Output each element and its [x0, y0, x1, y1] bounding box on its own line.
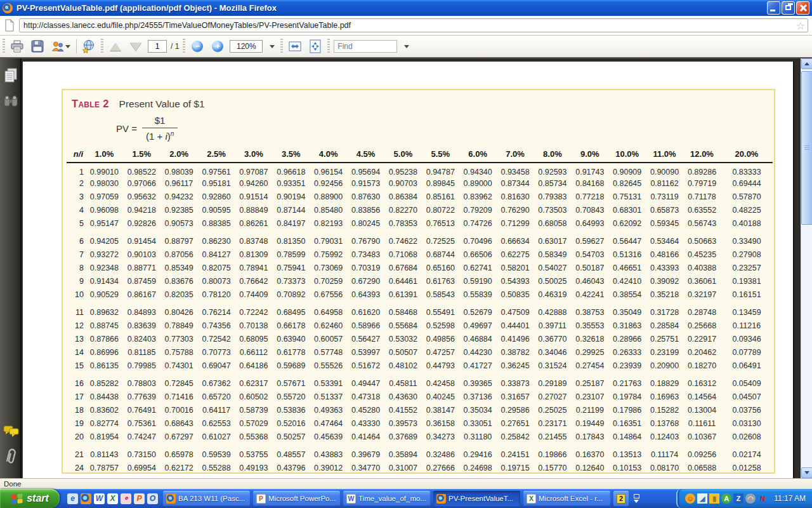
pv-cell: 0.78803	[123, 377, 160, 390]
email-button[interactable]	[49, 38, 72, 55]
next-page-button[interactable]	[128, 38, 144, 55]
key-icon[interactable]: ⚬	[121, 493, 131, 504]
save-button[interactable]	[29, 38, 46, 55]
comments-icon	[3, 425, 20, 438]
taskbar-task[interactable]: WTime_value_of_mo...	[343, 491, 430, 506]
rate-header: 1.0%	[86, 149, 123, 163]
pv-cell: 0.54393	[497, 274, 534, 288]
novell-icon[interactable]: N	[757, 493, 768, 504]
pv-cell: 0.98030	[86, 177, 123, 190]
zenworks-icon[interactable]: Z	[733, 493, 743, 504]
pv-cell: 0.20462	[683, 345, 721, 359]
pv-cell: 0.75131	[608, 190, 646, 203]
pv-cell: 0.58543	[422, 288, 459, 301]
excel-icon[interactable]: X	[107, 493, 118, 504]
pv-cell: 0.67684	[384, 261, 422, 274]
minimize-button[interactable]	[767, 1, 780, 15]
pv-cell: 0.89286	[683, 163, 721, 177]
firefox-icon	[436, 494, 446, 504]
find-dropdown-button[interactable]	[401, 38, 411, 55]
pv-cell: 0.19715	[497, 461, 534, 474]
page-number-input[interactable]	[148, 40, 167, 53]
shield-icon[interactable]: ▮	[709, 493, 719, 504]
scroll-down-icon	[804, 471, 809, 474]
task-list: BA 213 W11 (Pasc...PMicrosoft PowerPo...…	[163, 491, 610, 506]
taskbar: start eWX⚬PO BA 213 W11 (Pasc...PMicroso…	[0, 489, 812, 508]
taskbar-task[interactable]: PV-PresentValueT...	[433, 491, 520, 506]
scrollbar-thumb[interactable]	[801, 71, 812, 225]
powerpoint-icon[interactable]: P	[134, 493, 145, 504]
taskbar-task[interactable]: BA 213 W11 (Pasc...	[163, 491, 250, 506]
restore-button[interactable]	[782, 1, 795, 15]
pv-cell: 0.47318	[347, 390, 384, 403]
pv-cell: 0.16312	[683, 377, 721, 390]
pv-cell: 0.64958	[310, 305, 347, 319]
create-pdf-online-button[interactable]	[81, 38, 97, 55]
word-icon[interactable]: W	[94, 493, 105, 504]
pv-cell: 0.42458	[422, 377, 459, 390]
start-button[interactable]: start	[0, 489, 60, 508]
antivirus-icon[interactable]: A	[721, 493, 731, 504]
pv-cell: 0.33873	[497, 377, 534, 390]
pv-cell: 0.78120	[198, 288, 235, 301]
search-panel-button[interactable]	[3, 94, 18, 110]
comments-panel-button[interactable]	[3, 425, 20, 441]
zoom-dropdown-button[interactable]	[266, 38, 277, 55]
rate-header: 12.0%	[683, 149, 721, 163]
table-row: 80.923480.887710.853490.820750.789410.75…	[67, 261, 773, 274]
firefox-icon[interactable]	[81, 493, 91, 504]
pv-cell: 0.31657	[497, 390, 534, 403]
pv-cell: 0.39012	[310, 461, 347, 474]
pv-cell: 0.83962	[459, 190, 497, 203]
scroll-down-button[interactable]	[801, 467, 812, 478]
pv-cell: 0.50025	[534, 274, 572, 288]
messenger-icon[interactable]: ☺	[685, 493, 695, 504]
pv-cell: 0.35034	[459, 403, 497, 417]
pv-cell: 0.73373	[272, 274, 310, 288]
zoom-level-field[interactable]: 120%	[230, 40, 263, 53]
pv-cell: 0.81954	[86, 430, 123, 443]
pages-panel-button[interactable]	[3, 67, 18, 86]
scroll-up-button[interactable]	[801, 58, 812, 69]
fit-page-button[interactable]	[307, 38, 324, 55]
rate-header: 7.0%	[497, 149, 534, 163]
pv-cell: 0.52598	[422, 319, 459, 332]
ie-icon[interactable]: e	[67, 493, 78, 504]
outlook-icon[interactable]: O	[147, 493, 158, 504]
pv-cell: 0.62172	[160, 461, 198, 474]
pv-cell: 0.52016	[272, 417, 310, 430]
pv-cell: 0.51672	[347, 359, 384, 372]
url-input[interactable]	[20, 19, 808, 32]
period-cell: 11	[67, 305, 86, 319]
pv-cell: 0.88385	[198, 217, 235, 230]
save-icon	[31, 40, 44, 53]
pv-cell: 0.28966	[608, 332, 646, 345]
formula-lhs: PV =	[116, 123, 137, 134]
pv-cell: 0.66178	[272, 319, 310, 332]
pv-cell: 0.36061	[683, 274, 721, 288]
pv-cell: 0.35218	[646, 288, 683, 301]
pv-cell: 0.73069	[310, 261, 347, 274]
pv-cell: 0.98039	[160, 163, 198, 177]
taskbar-overflow-button[interactable]: 2	[613, 491, 629, 506]
taskbar-chevron-button[interactable]	[630, 491, 643, 506]
previous-page-button[interactable]	[107, 38, 124, 55]
print-button[interactable]	[9, 38, 25, 55]
utility-icon[interactable]: ◢	[697, 493, 707, 504]
taskbar-task[interactable]: PMicrosoft PowerPo...	[253, 491, 340, 506]
pv-cell: 0.91573	[347, 177, 384, 190]
bookmark-star-icon[interactable]: ☆	[796, 20, 805, 32]
zoom-in-button[interactable]: +	[209, 38, 226, 55]
pv-cell: 0.35049	[608, 305, 646, 319]
close-button[interactable]	[796, 1, 809, 15]
pv-cell: 0.82193	[310, 217, 347, 230]
find-input[interactable]	[334, 40, 397, 53]
zoom-out-button[interactable]: −	[189, 38, 206, 55]
attachments-panel-button[interactable]	[3, 447, 18, 469]
vertical-scrollbar[interactable]	[801, 58, 812, 478]
pv-cell: 0.36770	[534, 332, 572, 345]
pv-cell: 0.90194	[272, 190, 310, 203]
fit-width-button[interactable]	[287, 38, 303, 55]
taskbar-task[interactable]: XMicrosoft Excel - r...	[523, 491, 610, 506]
sync-icon[interactable]: ◠	[745, 493, 756, 504]
